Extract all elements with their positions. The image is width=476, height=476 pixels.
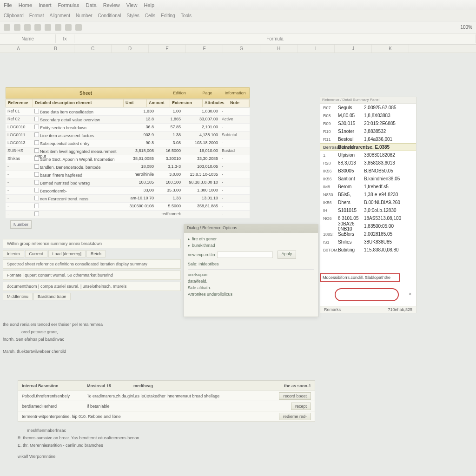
table-row[interactable]: -basun finters hapfesedhertrihinile3,0.8… — [6, 171, 250, 179]
table-row[interactable]: -nen Fesrezoni trend. nossam-10.10 701.3… — [6, 195, 250, 203]
options-dialog: Dialog / Reference Options ▸fire eth gen… — [184, 224, 318, 317]
col-header[interactable]: J — [335, 45, 372, 53]
form-row: documenttheom | compa ateriel saural. | … — [3, 282, 181, 291]
panel-row[interactable]: IS1Shilies38UK838U85 — [320, 238, 416, 246]
panel-row[interactable]: IK56SantiontB,kaindhien38.05 — [320, 175, 416, 183]
close-icon[interactable]: × — [409, 291, 414, 297]
formula-input[interactable]: Formula — [74, 34, 476, 43]
col-ref[interactable]: Reference — [6, 99, 33, 107]
menu-help[interactable]: Help — [144, 2, 154, 8]
menu-data[interactable]: Data — [86, 2, 96, 8]
table-row[interactable]: SUB-HSNext item level aggregated measure… — [6, 147, 250, 155]
dialog-title: Dialog / Reference Options — [184, 225, 318, 233]
col-header[interactable]: H — [260, 45, 298, 53]
ribbon-group[interactable]: Cells — [145, 13, 155, 18]
bold-icon[interactable] — [65, 24, 72, 31]
cut-icon[interactable] — [45, 24, 51, 31]
form-tab[interactable]: Load [demeery] — [48, 250, 86, 258]
table-row[interactable]: -310600 01085.5000358,81.885- — [6, 203, 250, 211]
col-header[interactable]: A — [0, 45, 37, 53]
save-icon[interactable] — [4, 24, 10, 31]
panel-row[interactable]: B0TOM,Bubiting115.838J0,08.80 — [320, 246, 416, 254]
dialog-input[interactable] — [217, 251, 273, 258]
table-row[interactable]: Ref 01Base data item consolidation1,8301… — [6, 108, 250, 116]
ribbon-group[interactable]: Clipboard — [4, 13, 24, 18]
sheet-title-bar: Sheet Edition Page Information — [6, 87, 250, 99]
col-header[interactable]: B — [37, 45, 74, 53]
menu-file[interactable]: File — [4, 2, 12, 8]
table-row[interactable]: -Bemed nutrized bod warsg108,185100,1009… — [6, 179, 250, 187]
paste-icon[interactable] — [34, 24, 41, 31]
col-attr[interactable]: Attributes — [203, 99, 228, 107]
accept-button[interactable]: recept — [291, 403, 311, 410]
italic-icon[interactable] — [75, 24, 82, 31]
table-row[interactable]: LOC0011Line item assessment factors903.9… — [6, 132, 250, 139]
form-tab[interactable]: Reich — [86, 250, 106, 258]
panel-row[interactable]: R09S30,01520:015:2E6885 — [320, 119, 416, 127]
ribbon-group[interactable]: Conditional — [98, 13, 121, 18]
panel-row[interactable]: NG68 3101.0518AS5313.08,100 — [320, 214, 416, 222]
fx-icon[interactable]: fx — [56, 34, 74, 43]
panel-row[interactable]: R2888,3,0133,858183,6013 — [320, 159, 416, 167]
col-header[interactable]: C — [74, 45, 112, 53]
panel-row[interactable]: IHS1010153,0:0oI.b.12830 — [320, 206, 416, 214]
name-box[interactable]: Name — [0, 34, 56, 43]
col-note[interactable]: Note — [228, 99, 249, 107]
ribbon-group[interactable]: Alignment — [49, 13, 70, 18]
table-row[interactable]: LOC0010Entity section breakdown36.857.85… — [6, 124, 250, 132]
ribbon-group[interactable]: Number — [76, 13, 93, 18]
redo-icon[interactable] — [24, 24, 31, 31]
copy-icon[interactable] — [55, 24, 61, 31]
ribbon-group[interactable]: Styles — [127, 13, 139, 18]
ribbon-group[interactable]: Format — [29, 13, 44, 18]
col-desc[interactable]: Detailed description element — [33, 99, 124, 107]
form-tab2[interactable]: Barditand trape — [33, 293, 71, 300]
col-header[interactable]: E — [149, 45, 186, 53]
panel-row[interactable]: R08M,80.051,8,8X03883 — [320, 112, 416, 119]
record-button[interactable]: record booet — [279, 392, 311, 400]
column-headers: A B C D E F G H I J K — [0, 45, 476, 53]
menu-review[interactable]: Review — [103, 2, 120, 8]
panel-row[interactable]: N830B5ls5,1,38-e-e94.8230 — [320, 191, 416, 198]
col-header[interactable]: F — [186, 45, 223, 53]
table-row[interactable]: -tandlen. Benendersode. bantode18,0803,1… — [6, 163, 250, 171]
menu-home[interactable]: Home — [19, 2, 32, 8]
panel-highlight-row[interactable]: Berrosanlarwis Betreidrarentse. E.0385 — [320, 143, 416, 151]
table-row[interactable]: ShikasSome Sect. Apoonih Wephil. Incomet… — [6, 155, 250, 163]
panel-row[interactable]: R07Seguls2.00925.62.085 — [320, 104, 416, 112]
panel-row[interactable]: 1Ufpision330830182082 — [320, 151, 416, 159]
form-tab[interactable]: Interim — [3, 250, 24, 258]
col-unit[interactable]: Unit — [124, 99, 147, 107]
panel-row[interactable]: R10S1noter3,8838532 — [320, 127, 416, 135]
form-tab[interactable]: Current — [25, 250, 47, 258]
col-header[interactable]: G — [223, 45, 260, 53]
form-tab2[interactable]: Middlentinu — [3, 293, 33, 300]
panel-row[interactable]: IK56DhersB.00:NLDIA9.260 — [320, 198, 416, 206]
col-header[interactable]: K — [372, 45, 409, 53]
ribbon-group[interactable]: Editing — [161, 13, 175, 18]
panel-row[interactable]: IK56B30005B,BNOB50.05 — [320, 167, 416, 175]
table-row[interactable]: Ref 02Secondary detail value overview13.… — [6, 116, 250, 124]
apply-button[interactable]: Apply — [278, 251, 297, 259]
ribbon-group[interactable]: Tools — [181, 13, 192, 18]
dialog-field: Side afibath. — [188, 285, 314, 290]
undo-icon[interactable] — [14, 24, 20, 31]
text-line: ored petouse grare, — [21, 328, 319, 336]
col-header[interactable]: I — [298, 45, 335, 53]
panel-row[interactable]: 30BA26 0NB101,83500:05.00 — [320, 222, 416, 230]
number-button[interactable]: Number — [10, 220, 32, 229]
table-row[interactable]: LOC0013Subsequential coded entry90.83.08… — [6, 139, 250, 147]
menu-insert[interactable]: Insert — [39, 2, 52, 8]
panel-row[interactable]: R11Bestoul1,64a036,001 — [320, 135, 416, 143]
table-row[interactable]: -Bescortidemb-33,0835.3.001,800 1000- — [6, 187, 250, 195]
col-header[interactable]: D — [112, 45, 149, 53]
col-amount[interactable]: Amount — [147, 99, 170, 107]
redo-button[interactable]: redieme red- — [279, 413, 311, 420]
panel-row[interactable]: 1885:SaBlors2.0028185.05 — [320, 230, 416, 238]
table-row[interactable]: -tedfkomek- — [6, 211, 250, 218]
panel-row[interactable]: IM8Berom1,trehedf.s5 — [320, 183, 416, 191]
highlighted-search-box[interactable]: Mocessibiforrs.condill. Slablopaththe — [320, 273, 400, 282]
menu-formulas[interactable]: Formulas — [58, 2, 79, 8]
menu-view[interactable]: View — [126, 2, 138, 8]
col-ext[interactable]: Extension — [170, 99, 203, 107]
